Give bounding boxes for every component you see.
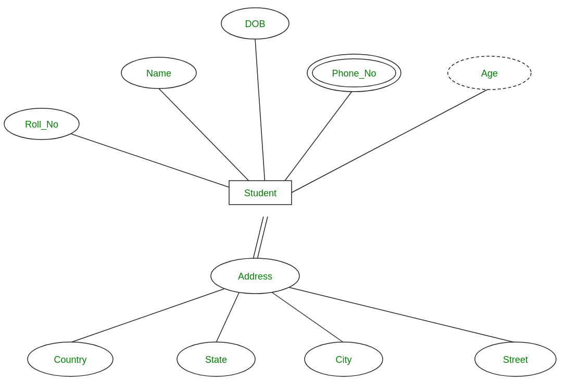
country-label: Country: [54, 355, 86, 365]
line-student-address-left: [253, 217, 263, 259]
state-label: State: [205, 355, 227, 365]
name-label: Name: [146, 68, 171, 79]
line-student-name: [159, 88, 260, 193]
line-student-address-right: [257, 217, 268, 259]
city-label: City: [336, 355, 352, 365]
line-address-country: [70, 289, 224, 343]
line-address-street: [289, 287, 515, 343]
dob-label: DOB: [245, 19, 265, 29]
line-address-city: [271, 292, 344, 343]
street-label: Street: [503, 355, 528, 365]
age-label: Age: [481, 68, 498, 79]
student-label: Student: [244, 188, 276, 198]
phone-label: Phone_No: [332, 68, 376, 79]
line-student-dob: [255, 39, 266, 193]
line-address-state: [216, 292, 240, 343]
rollno-label: Roll_No: [25, 119, 58, 130]
er-diagram: DOB Name Phone_No Age Roll_No Student Ad…: [0, 0, 579, 392]
line-student-phone: [276, 88, 354, 193]
address-label: Address: [238, 271, 272, 282]
line-student-rollno: [42, 124, 260, 198]
line-student-age: [292, 88, 489, 193]
